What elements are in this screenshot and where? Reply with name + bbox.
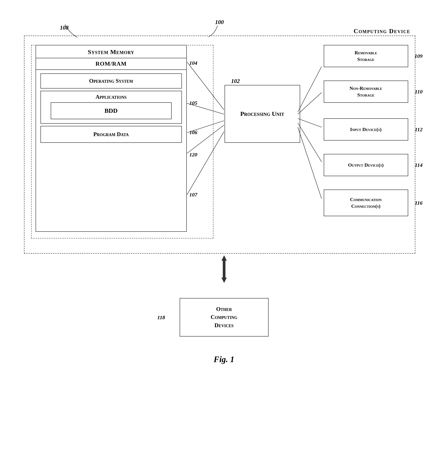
label-108: 108 — [60, 24, 69, 31]
label-105: 105 — [190, 100, 197, 106]
output-devices-box: Output Device(s) — [324, 154, 408, 176]
label-109: 109 — [415, 53, 423, 59]
down-arrowhead — [221, 278, 227, 283]
diagram-wrapper: 100 Computing Device 108 System Memory R… — [24, 22, 424, 337]
fig-caption: Fig. 1 — [214, 354, 234, 364]
svg-line-5 — [298, 67, 321, 112]
applications-label: Applications — [44, 94, 178, 100]
processing-unit-label: Processing Unit — [240, 110, 284, 117]
svg-line-6 — [298, 92, 321, 114]
computing-device-label: Computing Device — [353, 28, 410, 35]
rom-ram-label: ROM/RAM — [36, 58, 186, 70]
removable-storage-wrapper: RemovableStorage 109 — [324, 45, 408, 67]
label-104: 104 — [190, 60, 197, 66]
label-110: 110 — [415, 89, 423, 95]
double-arrow-svg — [211, 254, 237, 285]
label-112: 112 — [415, 127, 423, 133]
bdd-block: BDD — [51, 102, 172, 119]
label-107: 107 — [190, 192, 197, 198]
non-removable-storage-label: Non-RemovableStorage — [349, 85, 382, 98]
svg-line-9 — [298, 127, 321, 199]
removable-storage-box: RemovableStorage — [324, 45, 408, 67]
system-memory-title: System Memory — [36, 45, 186, 58]
communication-connections-box: CommunicationConnection(s) — [324, 189, 408, 216]
input-devices-box: Input Device(s) — [324, 118, 408, 141]
curve-100-path — [208, 26, 218, 37]
program-data-block: Program Data — [40, 126, 182, 143]
label-120: 120 — [190, 152, 197, 158]
communication-connections-label: CommunicationConnection(s) — [350, 196, 381, 209]
operating-system-block: Operating System — [40, 74, 182, 89]
label-118: 118 — [157, 314, 165, 320]
other-devices-label: OtherComputingDevices — [211, 306, 237, 329]
non-removable-storage-box: Non-RemovableStorage — [324, 80, 408, 103]
communication-connections-wrapper: CommunicationConnection(s) 116 — [324, 189, 408, 216]
processing-unit-box: Processing Unit — [224, 85, 300, 143]
arrow-shaft — [223, 260, 225, 278]
output-devices-label: Output Device(s) — [348, 162, 384, 168]
other-devices-box: OtherComputingDevices — [180, 298, 269, 337]
other-devices-section: OtherComputingDevices 118 — [24, 298, 424, 337]
applications-block: Applications BDD — [40, 91, 182, 124]
up-arrowhead — [221, 255, 227, 261]
arrow-section — [24, 254, 424, 285]
label-106: 106 — [190, 130, 197, 136]
system-memory-block: System Memory ROM/RAM Operating System A… — [36, 45, 187, 232]
svg-line-8 — [298, 123, 321, 162]
input-devices-wrapper: Input Device(s) 112 — [324, 118, 408, 141]
output-devices-wrapper: Output Device(s) 114 — [324, 154, 408, 176]
svg-line-7 — [298, 119, 321, 127]
non-removable-storage-wrapper: Non-RemovableStorage 110 — [324, 80, 408, 103]
computing-device-box: Computing Device 108 System Memory ROM/R… — [24, 36, 415, 254]
label-116: 116 — [415, 200, 423, 206]
input-devices-label: Input Device(s) — [350, 126, 381, 133]
removable-storage-label: RemovableStorage — [355, 49, 377, 62]
label-102-curve: 102 — [231, 78, 240, 85]
label-114: 114 — [415, 162, 423, 168]
other-devices-box-wrapper: OtherComputingDevices 118 — [180, 298, 269, 337]
label-100: 100 — [215, 19, 224, 26]
